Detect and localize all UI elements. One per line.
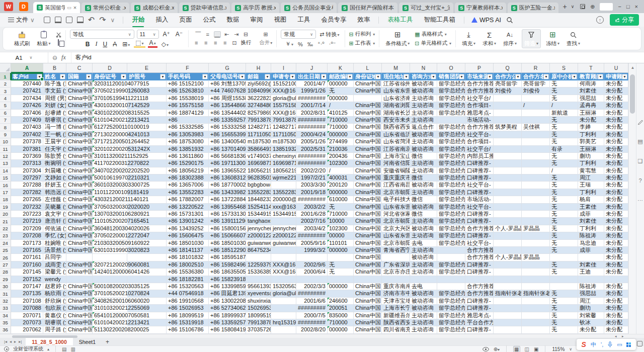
- ime-mode-label[interactable]: 中: [591, 341, 596, 348]
- cell[interactable]: China中国: [66, 182, 93, 189]
- cell[interactable]: [522, 160, 550, 167]
- cell[interactable]: #########: [296, 232, 328, 239]
- cell[interactable]: [354, 95, 382, 102]
- cell[interactable]: 未分配: [604, 80, 628, 87]
- mic-icon[interactable]: [608, 341, 612, 347]
- cell[interactable]: +86 18512290201: [209, 247, 246, 254]
- cell[interactable]: 刘素佳: [578, 218, 604, 225]
- cell[interactable]: 北京大兴区: [382, 225, 410, 232]
- cell[interactable]: 无: [550, 138, 578, 145]
- cell[interactable]: 2001/4/7: [296, 80, 328, 87]
- cell[interactable]: 710000: [328, 124, 354, 131]
- cell[interactable]: 207062: [11, 326, 43, 333]
- cell[interactable]: 留学总经办: [437, 174, 465, 182]
- cell[interactable]: 110112200109181419: [93, 189, 127, 196]
- name-box[interactable]: A1∨: [0, 52, 48, 63]
- header-cell-E[interactable]: 护照号: [127, 73, 167, 80]
- cell[interactable]: 207434: [11, 95, 43, 102]
- cell[interactable]: 刘素佳: [578, 261, 604, 269]
- italic-button[interactable]: I: [94, 40, 99, 48]
- file-tab[interactable]: S医护五险一金.xlsx: [508, 3, 559, 13]
- cell[interactable]: 207073: [11, 319, 43, 326]
- cell[interactable]: +86 15320563: [167, 283, 209, 290]
- cell[interactable]: 王素佳: [578, 204, 604, 211]
- cell[interactable]: 丁利利: [578, 225, 604, 232]
- row-number[interactable]: 1: [0, 73, 11, 80]
- cell[interactable]: 未分配: [604, 146, 628, 153]
- cell[interactable]: 864752343: [246, 247, 271, 254]
- cell[interactable]: 主动咨询: [410, 102, 437, 109]
- cell[interactable]: [522, 247, 550, 254]
- filter-dropdown-icon[interactable]: [265, 74, 270, 79]
- cell[interactable]: XXX@163.c: [271, 261, 296, 269]
- search-icon[interactable]: [506, 17, 513, 24]
- cell[interactable]: 2001/6/6: [296, 298, 328, 305]
- row-number[interactable]: 15: [0, 174, 11, 182]
- cell[interactable]: 未分配: [604, 189, 628, 196]
- cell[interactable]: China中国: [66, 95, 93, 102]
- cell[interactable]: 被动咨询: [410, 146, 437, 153]
- cell[interactable]: 1999/1/26: [296, 87, 328, 95]
- cell[interactable]: 合作方推荐: [465, 80, 494, 87]
- outline-icon[interactable]: ▥: [70, 346, 75, 352]
- header-cell-C[interactable]: 国籍: [66, 73, 93, 80]
- cell[interactable]: 未分配: [604, 261, 628, 269]
- cell[interactable]: China中国: [66, 102, 93, 109]
- cell[interactable]: 山东省东营: [382, 87, 410, 95]
- cell[interactable]: 留学总经办: [437, 269, 465, 276]
- decrease-font-button[interactable]: A⁻: [174, 31, 184, 38]
- select-all-corner[interactable]: [0, 63, 11, 73]
- percent-button[interactable]: %: [297, 41, 304, 47]
- cell[interactable]: [494, 131, 522, 138]
- cell[interactable]: 文静如 (女: [43, 174, 66, 182]
- header-cell-J[interactable]: 出生日期: [296, 73, 328, 80]
- cell[interactable]: 市场活动-: [465, 117, 494, 124]
- sheet-tab-Sheet1[interactable]: Sheet1: [73, 338, 102, 345]
- cell[interactable]: 合作项目-: [465, 138, 494, 145]
- cell[interactable]: 207409: [11, 117, 43, 124]
- cell[interactable]: China中国: [66, 240, 93, 247]
- column-header-N[interactable]: N: [410, 63, 437, 73]
- cell[interactable]: 511302200208200025: [93, 326, 127, 333]
- cell[interactable]: 青海省西宁: [382, 247, 410, 254]
- first-sheet-icon[interactable]: |◂: [4, 339, 7, 344]
- cell[interactable]: 被动咨询: [410, 254, 437, 261]
- column-header-P[interactable]: P: [465, 63, 494, 73]
- cell[interactable]: 207208: [11, 232, 43, 239]
- cell[interactable]: 00000: [328, 232, 354, 239]
- tab-list-caret-icon[interactable]: ∨: [571, 4, 575, 9]
- cell[interactable]: [522, 182, 550, 189]
- cell[interactable]: China中国: [354, 269, 382, 276]
- cell[interactable]: 何依涵 (女: [43, 225, 66, 232]
- row-number[interactable]: 22: [0, 225, 11, 232]
- cell[interactable]: +86 18099519: [167, 312, 209, 319]
- cell[interactable]: 被动咨询: [410, 290, 437, 297]
- zoom-level[interactable]: 115%: [552, 346, 565, 352]
- row-number[interactable]: 21: [0, 218, 11, 225]
- cell[interactable]: 无: [550, 189, 578, 196]
- cell[interactable]: +86 15066607386: [209, 232, 246, 239]
- cell[interactable]: 广东省深圳: [382, 261, 410, 269]
- filter-dropdown-icon[interactable]: [459, 74, 464, 79]
- cell[interactable]: 310113200211152925: [93, 153, 127, 160]
- cell[interactable]: 胡睿琪 (女: [43, 117, 66, 124]
- cell[interactable]: 180995191: [246, 312, 271, 319]
- cell[interactable]: China中国: [354, 102, 382, 109]
- cell[interactable]: China中国: [354, 326, 382, 333]
- print-icon[interactable]: [66, 17, 72, 23]
- cell[interactable]: 无: [550, 95, 578, 102]
- cell[interactable]: 主动咨询: [410, 319, 437, 326]
- cell[interactable]: China中国: [66, 189, 93, 196]
- cell[interactable]: bgbgbow@: [246, 182, 271, 189]
- cell[interactable]: 207161: [11, 254, 43, 261]
- cell[interactable]: China中国: [66, 146, 93, 153]
- cell[interactable]: 蒯玏: [578, 305, 604, 312]
- cell[interactable]: 320721200209060081: [93, 261, 127, 269]
- cell[interactable]: +86 18182281: [167, 276, 209, 283]
- cell[interactable]: 任天宇 (女: [43, 146, 66, 153]
- cell[interactable]: 2005/9/16: [296, 240, 328, 247]
- cell[interactable]: 未分配: [604, 117, 628, 124]
- redo-icon[interactable]: ↷: [99, 15, 106, 25]
- cell[interactable]: m1875308: [271, 138, 296, 145]
- column-header-A[interactable]: A: [11, 63, 43, 73]
